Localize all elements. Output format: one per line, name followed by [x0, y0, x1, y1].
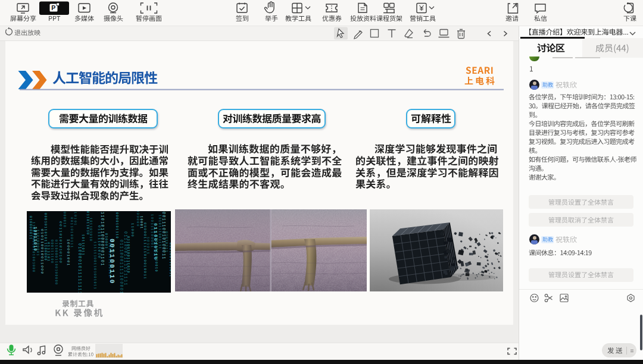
svg-text:0110010110: 0110010110 — [153, 223, 158, 261]
svg-text:00110100111: 00110100111 — [70, 217, 74, 249]
svg-text:0000101110: 0000101110 — [115, 212, 118, 239]
svg-text:010001: 010001 — [104, 233, 108, 249]
svg-text:10111011: 10111011 — [81, 234, 85, 256]
svg-text:10101: 10101 — [73, 212, 77, 226]
svg-text:10000010: 10000010 — [63, 211, 66, 228]
svg-text:101011: 101011 — [146, 237, 150, 255]
svg-text:P: P — [51, 4, 55, 11]
svg-text:01100001100100000: 01100001100100000 — [54, 240, 58, 285]
svg-text:1000000: 1000000 — [136, 211, 140, 227]
svg-text:010110010011000: 010110010011000 — [40, 229, 44, 275]
svg-text:111111001101001011: 111111001101001011 — [93, 241, 96, 290]
svg-text:01010111: 01010111 — [164, 231, 168, 253]
svg-text:100001001: 100001001 — [66, 239, 70, 266]
svg-text:00110101010100: 00110101010100 — [58, 221, 63, 263]
svg-text:000111100: 000111100 — [50, 240, 54, 264]
svg-text:001100110: 001100110 — [108, 239, 116, 284]
svg-text:0001001111011: 0001001111011 — [168, 243, 171, 278]
svg-text:101101010: 101101010 — [89, 218, 92, 242]
svg-text:10001: 10001 — [139, 216, 143, 230]
svg-text:11000: 11000 — [130, 223, 135, 237]
svg-text:01000010111111111: 01000010111111111 — [77, 243, 82, 293]
svg-text:0111101: 0111101 — [46, 242, 51, 262]
svg-text:0111000111110000101: 0111000111110000101 — [119, 240, 123, 293]
svg-text:01100100111010: 01100100111010 — [126, 236, 130, 274]
svg-text:11010110000001101: 11010110000001101 — [100, 212, 104, 266]
svg-text:10011010: 10011010 — [33, 227, 38, 252]
